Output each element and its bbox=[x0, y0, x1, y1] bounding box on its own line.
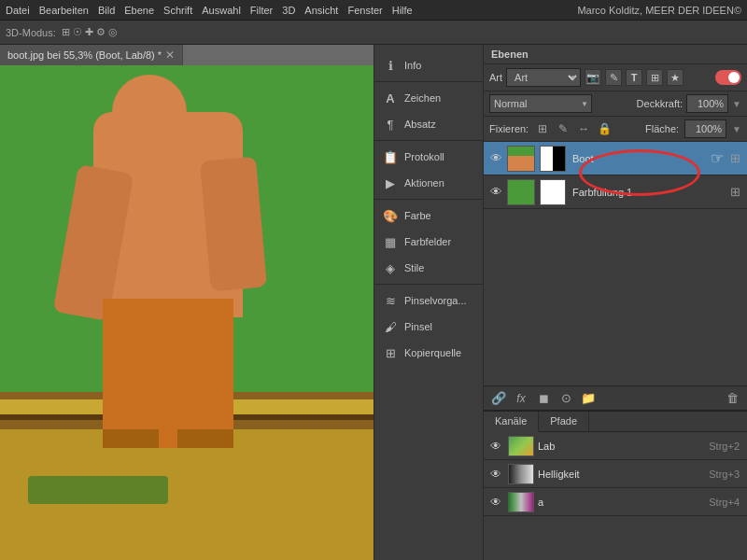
filter-select-wrapper[interactable]: Art bbox=[506, 68, 581, 87]
tab-pfade[interactable]: Pfade bbox=[539, 412, 589, 431]
filter-icon-photo[interactable]: 📷 bbox=[585, 69, 601, 86]
link-icon[interactable]: 🔗 bbox=[489, 389, 508, 408]
layer-visibility-farbfullung[interactable]: 👁 bbox=[487, 184, 504, 201]
opacity-label: Deckkraft: bbox=[637, 98, 684, 109]
menu-datei[interactable]: Datei bbox=[6, 5, 30, 16]
tool-pinselvorga-label: Pinselvorga... bbox=[404, 295, 467, 306]
layer-options-farbfullung[interactable]: ⊞ bbox=[726, 184, 743, 201]
group-icon[interactable]: 📁 bbox=[579, 389, 598, 408]
delete-layer-icon[interactable]: 🗑 bbox=[723, 389, 741, 408]
menu-hilfe[interactable]: Hilfe bbox=[392, 5, 413, 16]
channel-shortcut-lab: Strg+2 bbox=[709, 441, 740, 452]
channel-item-a[interactable]: 👁 a Strg+4 bbox=[484, 488, 747, 516]
fill-label: Fläche: bbox=[645, 123, 679, 134]
fix-position-icon[interactable]: ⊞ bbox=[534, 120, 551, 137]
fill-arrow[interactable]: ▼ bbox=[732, 124, 741, 134]
menu-ebene[interactable]: Ebene bbox=[124, 5, 154, 16]
close-tab-button[interactable]: ✕ bbox=[165, 49, 175, 62]
opacity-arrow[interactable]: ▼ bbox=[732, 99, 741, 109]
filter-icon-adjust[interactable]: ✎ bbox=[605, 69, 622, 86]
menu-bearbeiten[interactable]: Bearbeiten bbox=[39, 5, 89, 16]
file-tab-label: boot.jpg bei 55,3% (Boot, Lab/8) * bbox=[7, 49, 162, 61]
options-bar: 3D-Modus: ⊞ ☉ ✚ ⚙ ◎ bbox=[0, 21, 747, 45]
tool-farbfelder-label: Farbfelder bbox=[404, 236, 451, 247]
channel-name-lab: Lab bbox=[538, 441, 705, 452]
menu-ansicht[interactable]: Ansicht bbox=[304, 5, 338, 16]
layers-title: Ebenen bbox=[491, 49, 529, 60]
fix-edit-icon[interactable]: ✎ bbox=[555, 120, 571, 137]
menu-auswahl[interactable]: Auswahl bbox=[202, 5, 241, 16]
filter-type-select[interactable]: Art bbox=[506, 68, 581, 87]
tool-absatz[interactable]: ¶ Absatz bbox=[374, 111, 483, 137]
tool-kopierquelle[interactable]: ⊞ Kopierquelle bbox=[374, 340, 483, 366]
layer-options-boot[interactable]: ⊞ bbox=[726, 150, 743, 167]
menu-schrift[interactable]: Schrift bbox=[163, 5, 192, 16]
aktionen-icon: ▶ bbox=[382, 175, 399, 191]
channel-thumb-lab bbox=[508, 436, 534, 456]
filter-icon-text[interactable]: T bbox=[626, 69, 642, 86]
fix-move-icon[interactable]: ↔ bbox=[575, 120, 592, 137]
tab-kanaele[interactable]: Kanäle bbox=[484, 412, 539, 432]
tool-farbfelder[interactable]: ▦ Farbfelder bbox=[374, 229, 483, 255]
tool-absatz-label: Absatz bbox=[404, 119, 436, 130]
layer-visibility-boot[interactable]: 👁 bbox=[487, 150, 504, 167]
layer-thumb-farbfullung bbox=[507, 179, 535, 205]
layers-panel: Ebenen Art Art 📷 ✎ T ⊞ ★ bbox=[484, 45, 747, 411]
tool-pinsel-label: Pinsel bbox=[404, 321, 432, 332]
tool-aktionen[interactable]: ▶ Aktionen bbox=[374, 170, 483, 196]
canvas-area[interactable]: boot.jpg bei 55,3% (Boot, Lab/8) * ✕ bbox=[0, 45, 374, 560]
mask-icon[interactable]: ◼ bbox=[534, 389, 553, 408]
filter-toggle[interactable] bbox=[715, 70, 741, 85]
tool-info[interactable]: ℹ Info bbox=[374, 52, 483, 78]
adjustment-icon[interactable]: ⊙ bbox=[557, 389, 575, 408]
menubar: Datei Bearbeiten Bild Ebene Schrift Ausw… bbox=[0, 0, 747, 21]
app-title: Marco Kolditz, MEER DER IDEEN© bbox=[577, 5, 741, 16]
layer-list: 👁 Boot ☞ ⊞ 👁 bbox=[484, 142, 747, 385]
menu-filter[interactable]: Filter bbox=[250, 5, 273, 16]
tool-protokoll[interactable]: 📋 Protokoll bbox=[374, 144, 483, 170]
menu-3d[interactable]: 3D bbox=[282, 5, 295, 16]
layer-item-boot[interactable]: 👁 Boot ☞ ⊞ bbox=[484, 142, 747, 175]
layer-filter-row: Art Art 📷 ✎ T ⊞ ★ bbox=[484, 64, 747, 91]
menu-fenster[interactable]: Fenster bbox=[347, 5, 382, 16]
farbe-icon: 🎨 bbox=[382, 207, 399, 224]
layer-thumb-farbfullung-image bbox=[508, 180, 534, 204]
opacity-value[interactable]: 100% bbox=[686, 94, 728, 113]
menu-bild[interactable]: Bild bbox=[98, 5, 115, 16]
channel-visibility-helligkeit[interactable]: 👁 bbox=[487, 466, 504, 483]
filter-icon-smart[interactable]: ★ bbox=[667, 69, 684, 86]
layer-mask-white bbox=[541, 180, 565, 204]
channels-panel: Kanäle Pfade 👁 Lab Strg+2 👁 Helligkeit S… bbox=[484, 411, 747, 560]
farbfelder-icon: ▦ bbox=[382, 233, 399, 250]
tool-stile[interactable]: ◈ Stile bbox=[374, 255, 483, 281]
filter-icons: 📷 ✎ T ⊞ ★ bbox=[585, 69, 684, 86]
channel-item-lab[interactable]: 👁 Lab Strg+2 bbox=[484, 432, 747, 460]
channel-visibility-lab[interactable]: 👁 bbox=[487, 438, 504, 455]
tool-zeichen-label: Zeichen bbox=[404, 92, 441, 104]
tool-pinsel[interactable]: 🖌 Pinsel bbox=[374, 314, 483, 340]
pinsel-icon: 🖌 bbox=[382, 318, 399, 335]
blend-mode-wrapper[interactable]: Normal bbox=[489, 94, 592, 113]
divider-3 bbox=[374, 199, 483, 200]
channel-visibility-a[interactable]: 👁 bbox=[487, 494, 504, 511]
blend-mode-select[interactable]: Normal bbox=[489, 94, 592, 113]
right-panel: Ebenen Art Art 📷 ✎ T ⊞ ★ bbox=[484, 45, 747, 560]
tool-stile-label: Stile bbox=[404, 262, 424, 273]
layers-bottom-bar: 🔗 fx ◼ ⊙ 📁 🗑 bbox=[484, 385, 747, 410]
layer-mask-farbfullung bbox=[540, 179, 566, 205]
fx-icon[interactable]: fx bbox=[512, 389, 530, 408]
tool-farbe[interactable]: 🎨 Farbe bbox=[374, 203, 483, 229]
fix-lock-icon[interactable]: 🔒 bbox=[596, 120, 613, 137]
fill-value[interactable]: 100% bbox=[684, 119, 726, 138]
3d-modus-label: 3D-Modus: bbox=[6, 27, 56, 38]
channel-name-helligkeit: Helligkeit bbox=[538, 469, 705, 480]
filter-icon-shape[interactable]: ⊞ bbox=[646, 69, 663, 86]
canvas-image bbox=[0, 65, 374, 560]
tool-zeichen[interactable]: A Zeichen bbox=[374, 85, 483, 111]
pinselvorga-icon: ≋ bbox=[382, 292, 399, 309]
canvas-tab[interactable]: boot.jpg bei 55,3% (Boot, Lab/8) * ✕ bbox=[0, 45, 183, 65]
channel-item-helligkeit[interactable]: 👁 Helligkeit Strg+3 bbox=[484, 460, 747, 488]
tool-pinselvorga[interactable]: ≋ Pinselvorga... bbox=[374, 287, 483, 314]
tool-protokoll-label: Protokoll bbox=[404, 151, 444, 162]
layer-item-farbfullung[interactable]: 👁 Farbfüllung 1 ⊞ bbox=[484, 175, 747, 209]
